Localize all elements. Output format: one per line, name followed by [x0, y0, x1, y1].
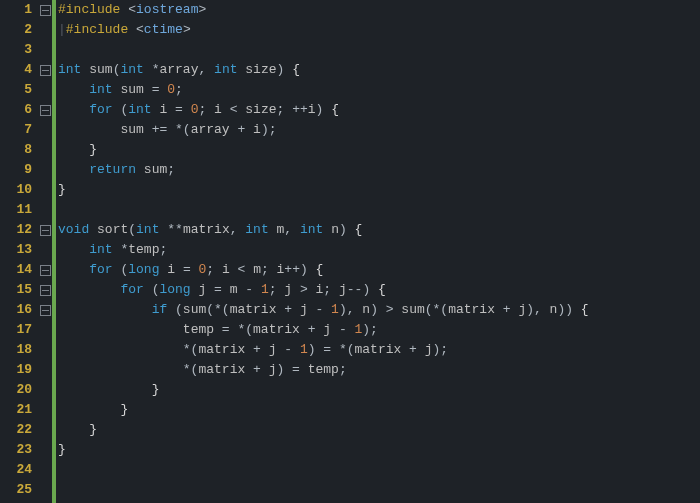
token-id: j	[339, 282, 347, 297]
token-op: <	[222, 102, 245, 117]
token-op	[58, 402, 120, 417]
token-op: ;	[159, 242, 167, 257]
fold-toggle[interactable]	[38, 280, 52, 300]
fold-minus-icon[interactable]	[40, 285, 51, 296]
token-fn: sum	[183, 302, 206, 317]
line-number: 4	[4, 60, 32, 80]
code-line[interactable]: }	[58, 440, 589, 460]
token-op: ;	[175, 82, 183, 97]
fold-minus-icon[interactable]	[40, 65, 51, 76]
token-op: >	[292, 282, 315, 297]
token-id: n	[362, 302, 370, 317]
fold-empty	[38, 360, 52, 380]
fold-empty	[38, 480, 52, 500]
line-number: 16	[4, 300, 32, 320]
token-op: *	[113, 242, 129, 257]
token-kw: int	[136, 222, 159, 237]
code-line[interactable]: }	[58, 420, 589, 440]
token-id: i	[253, 122, 261, 137]
code-line[interactable]	[58, 40, 589, 60]
code-line[interactable]: return sum;	[58, 160, 589, 180]
code-area[interactable]: #include <iostream>|#include <ctime> int…	[56, 0, 589, 503]
token-op	[58, 282, 120, 297]
code-line[interactable]	[58, 480, 589, 500]
line-number: 21	[4, 400, 32, 420]
token-id: matrix	[253, 322, 300, 337]
code-line[interactable]: #include <iostream>	[58, 0, 589, 20]
token-id: matrix	[198, 342, 245, 357]
token-id: matrix	[448, 302, 495, 317]
fold-minus-icon[interactable]	[40, 5, 51, 16]
token-op: +	[401, 342, 424, 357]
code-line[interactable]: sum += *(array + i);	[58, 120, 589, 140]
code-line[interactable]: }	[58, 380, 589, 400]
token-op: ; ++	[277, 102, 308, 117]
token-id: matrix	[230, 302, 277, 317]
fold-toggle[interactable]	[38, 220, 52, 240]
code-line[interactable]: for (long j = m - 1; j > i; j--) {	[58, 280, 589, 300]
token-op: ;	[206, 262, 222, 277]
code-line[interactable]: for (int i = 0; i < size; ++i) {	[58, 100, 589, 120]
code-line[interactable]	[58, 200, 589, 220]
fold-minus-icon[interactable]	[40, 105, 51, 116]
token-id: j	[300, 302, 308, 317]
token-op: <	[136, 22, 144, 37]
token-kw: int	[120, 62, 143, 77]
line-number: 24	[4, 460, 32, 480]
code-line[interactable]: temp = *(matrix + j - 1);	[58, 320, 589, 340]
code-editor[interactable]: 1234567891011121314151617181920212223242…	[0, 0, 700, 503]
fold-toggle[interactable]	[38, 60, 52, 80]
token-op: (	[128, 222, 136, 237]
fold-minus-icon[interactable]	[40, 265, 51, 276]
code-line[interactable]: }	[58, 140, 589, 160]
code-line[interactable]: void sort(int **matrix, int m, int n) {	[58, 220, 589, 240]
token-fn: sort	[97, 222, 128, 237]
code-line[interactable]: int *temp;	[58, 240, 589, 260]
fold-empty	[38, 460, 52, 480]
token-ctl: for	[89, 262, 112, 277]
fold-minus-icon[interactable]	[40, 305, 51, 316]
token-op: ),	[526, 302, 549, 317]
line-number: 1	[4, 0, 32, 20]
token-op: );	[362, 322, 378, 337]
token-op	[58, 142, 89, 157]
token-brace: {	[292, 62, 300, 77]
fold-toggle[interactable]	[38, 0, 52, 20]
token-op: );	[433, 342, 449, 357]
fold-empty	[38, 80, 52, 100]
code-line[interactable]: }	[58, 180, 589, 200]
code-line[interactable]: int sum(int *array, int size) {	[58, 60, 589, 80]
fold-margin[interactable]	[38, 0, 52, 503]
code-line[interactable]: *(matrix + j) = temp;	[58, 360, 589, 380]
line-number: 15	[4, 280, 32, 300]
code-line[interactable]: }	[58, 400, 589, 420]
code-line[interactable]	[58, 460, 589, 480]
line-number: 9	[4, 160, 32, 180]
token-pp: #include	[66, 22, 128, 37]
code-line[interactable]: if (sum(*(matrix + j - 1), n) > sum(*(ma…	[58, 300, 589, 320]
token-id: i	[222, 262, 230, 277]
fold-toggle[interactable]	[38, 300, 52, 320]
code-line[interactable]: *(matrix + j - 1) = *(matrix + j);	[58, 340, 589, 360]
token-op: -	[331, 322, 354, 337]
line-number: 25	[4, 480, 32, 500]
token-id: temp	[183, 322, 214, 337]
token-op: (	[144, 282, 160, 297]
token-op: >	[198, 2, 206, 17]
line-number: 10	[4, 180, 32, 200]
token-op: **	[159, 222, 182, 237]
code-line[interactable]: for (long i = 0; i < m; i++) {	[58, 260, 589, 280]
line-number: 5	[4, 80, 32, 100]
fold-toggle[interactable]	[38, 100, 52, 120]
token-op: -	[276, 342, 299, 357]
fold-minus-icon[interactable]	[40, 225, 51, 236]
code-line[interactable]: int sum = 0;	[58, 80, 589, 100]
code-line[interactable]: |#include <ctime>	[58, 20, 589, 40]
token-brace: {	[316, 262, 324, 277]
token-id: sum	[120, 82, 143, 97]
token-op: +	[495, 302, 518, 317]
token-op: =	[167, 102, 190, 117]
line-number: 11	[4, 200, 32, 220]
fold-toggle[interactable]	[38, 260, 52, 280]
token-op: ;	[167, 162, 175, 177]
